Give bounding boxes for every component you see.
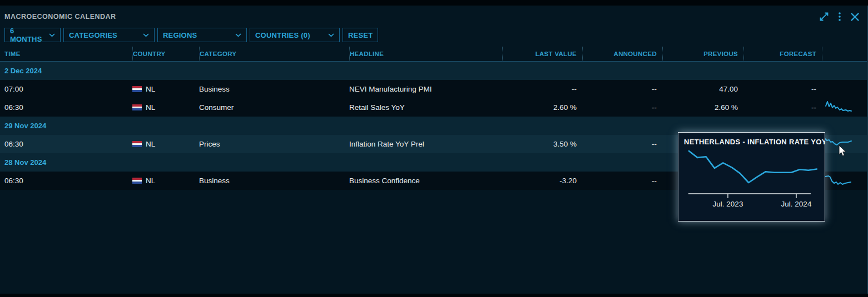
country-code: NL — [146, 85, 155, 93]
regions-select-label: REGIONS — [163, 31, 197, 39]
close-icon[interactable] — [850, 12, 860, 22]
sparkline-chart[interactable] — [825, 101, 853, 114]
filter-bar: 6 MONTHS CATEGORIES REGIONS COUNTRIES (0… — [4, 28, 867, 42]
country-code: NL — [146, 140, 155, 148]
regions-select[interactable]: REGIONS — [157, 28, 247, 42]
countries-select-label: COUNTRIES (0) — [255, 31, 310, 39]
col-header-country[interactable]: COUNTRY — [132, 47, 199, 61]
tooltip-axis-tick-label: Jul. 2024 — [781, 200, 812, 208]
country-code: NL — [146, 103, 155, 112]
netherlands-flag-icon — [132, 141, 142, 147]
netherlands-flag-icon — [132, 104, 142, 110]
date-group-row: 2 Dec 2024 — [0, 62, 867, 80]
mini-chart-cell[interactable] — [822, 98, 867, 117]
last-value-cell: -3.20 — [502, 172, 582, 190]
country-code: NL — [146, 177, 155, 185]
reset-button[interactable]: RESET — [343, 28, 378, 42]
forecast-cell: -- — [743, 98, 822, 117]
headline-cell: Retail Sales YoY — [349, 98, 502, 117]
period-select-label: 6 MONTHS — [10, 27, 44, 43]
widget-title: MACROECONOMIC CALENDAR — [4, 13, 116, 21]
previous-cell: 2.60 % — [662, 98, 743, 117]
headline-cell: Inflation Rate YoY Prel — [349, 135, 502, 153]
announced-cell: -- — [582, 98, 662, 117]
col-header-headline[interactable]: HEADLINE — [349, 47, 502, 61]
country-cell: NL — [132, 80, 199, 98]
col-header-category[interactable]: CATEGORY — [199, 47, 349, 61]
tooltip-axis-tick-label: Jul. 2023 — [713, 200, 743, 208]
sparkline-chart[interactable] — [825, 174, 853, 187]
time-cell: 07:00 — [0, 80, 132, 98]
calendar-row[interactable]: 06:30NLConsumerRetail Sales YoY2.60 %--2… — [0, 98, 867, 117]
chevron-down-icon — [235, 33, 241, 37]
countries-select[interactable]: COUNTRIES (0) — [250, 28, 340, 42]
announced-cell: -- — [582, 135, 662, 153]
mouse-cursor-icon — [839, 145, 847, 159]
screen: MACROECONOMIC CALENDAR — [0, 0, 868, 297]
period-select[interactable]: 6 MONTHS — [4, 28, 61, 42]
headline-cell: NEVI Manufacturing PMI — [349, 80, 502, 98]
category-cell: Prices — [199, 135, 349, 153]
previous-cell: 47.00 — [662, 80, 743, 98]
chevron-down-icon — [143, 33, 149, 37]
announced-cell: -- — [582, 80, 662, 98]
expand-icon[interactable] — [819, 11, 830, 22]
categories-select-label: CATEGORIES — [69, 31, 117, 39]
col-header-time[interactable]: TIME — [0, 47, 132, 61]
col-header-forecast[interactable]: FORECAST — [743, 47, 822, 61]
time-cell: 06:30 — [0, 98, 132, 117]
widget-titlebar: MACROECONOMIC CALENDAR — [0, 6, 867, 28]
macro-chart-tooltip: NETHERLANDS - INFLATION RATE YOY... Jul.… — [678, 132, 825, 222]
forecast-cell: -- — [743, 80, 822, 98]
country-cell: NL — [132, 135, 199, 153]
calendar-row[interactable]: 07:00NLBusinessNEVI Manufacturing PMI---… — [0, 80, 867, 98]
mini-chart-cell[interactable] — [822, 172, 867, 190]
category-cell: Business — [199, 172, 349, 190]
col-header-announced[interactable]: ANNOUNCED — [582, 47, 662, 61]
mini-chart-cell — [822, 80, 867, 98]
reset-button-label: RESET — [348, 31, 373, 39]
category-cell: Consumer — [199, 98, 349, 117]
table-header-row: TIME COUNTRY CATEGORY HEADLINE LAST VALU… — [0, 47, 867, 62]
col-header-last-value[interactable]: LAST VALUE — [502, 47, 582, 61]
titlebar-icons — [819, 11, 860, 22]
chevron-down-icon — [49, 33, 55, 37]
netherlands-flag-icon — [132, 178, 142, 184]
categories-select[interactable]: CATEGORIES — [63, 28, 155, 42]
kebab-menu-icon[interactable] — [838, 11, 841, 22]
netherlands-flag-icon — [132, 86, 142, 92]
time-cell: 06:30 — [0, 135, 132, 153]
time-cell: 06:30 — [0, 172, 132, 190]
announced-cell: -- — [582, 172, 662, 190]
headline-cell: Business Confidence — [349, 172, 502, 190]
country-cell: NL — [132, 172, 199, 190]
chevron-down-icon — [328, 33, 334, 37]
last-value-cell: 2.60 % — [502, 98, 582, 117]
tooltip-line-chart: Jul. 2023Jul. 2024 — [678, 147, 824, 213]
top-black-strip — [0, 0, 868, 6]
country-cell: NL — [132, 98, 199, 117]
col-header-chart — [822, 47, 867, 61]
last-value-cell: 3.50 % — [502, 135, 582, 153]
category-cell: Business — [199, 80, 349, 98]
col-header-previous[interactable]: PREVIOUS — [662, 47, 743, 61]
bottom-black-strip — [0, 294, 868, 297]
tooltip-title: NETHERLANDS - INFLATION RATE YOY... — [678, 133, 825, 147]
last-value-cell: -- — [502, 80, 582, 98]
